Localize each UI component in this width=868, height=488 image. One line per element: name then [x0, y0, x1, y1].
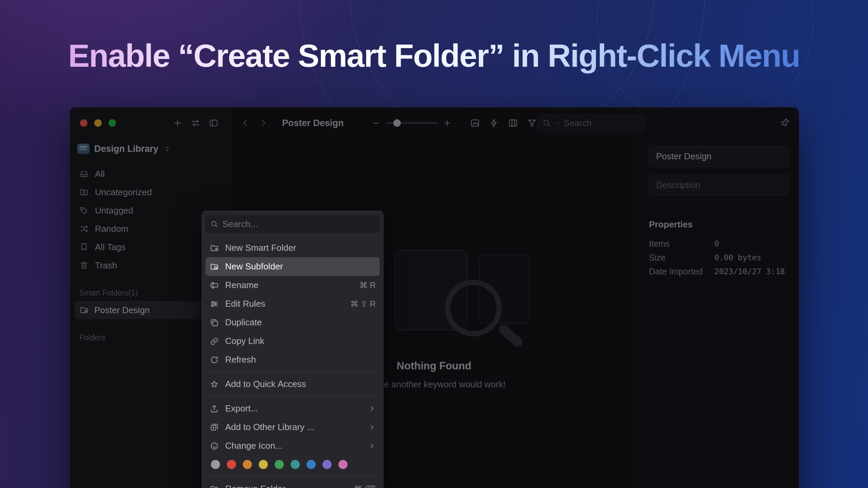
menu-shortcut: ⌘ ⇧ R: [350, 299, 376, 309]
menu-item-label: Duplicate: [225, 317, 262, 328]
color-swatch-red[interactable]: [227, 460, 236, 469]
smiley-icon: [210, 441, 219, 451]
export-icon: [210, 404, 219, 413]
new-subfolder-icon: [210, 262, 219, 271]
color-swatch-green[interactable]: [275, 460, 284, 469]
link-icon: [210, 337, 219, 346]
app-window: Design Library All Uncategorized Untagge…: [70, 107, 799, 488]
color-swatch-pink[interactable]: [338, 460, 348, 469]
menu-item-add-to-quick-access[interactable]: Add to Quick Access: [205, 375, 380, 393]
menu-item-new-subfolder[interactable]: New Subfolder: [205, 257, 380, 276]
context-menu-search[interactable]: [205, 215, 380, 233]
menu-separator: [208, 396, 377, 396]
menu-separator: [208, 372, 377, 372]
menu-item-label: Remove Folder: [225, 484, 285, 488]
refresh-icon: [210, 355, 219, 365]
page: { "hero": { "title": "Enable “Create Sma…: [0, 0, 868, 488]
menu-item-label: Refresh: [225, 354, 256, 365]
dim-overlay: [70, 107, 799, 488]
menu-item-new-smart-folder[interactable]: New Smart Folder: [205, 239, 380, 257]
menu-item-label: Edit Rules: [225, 299, 265, 309]
menu-item-remove-folder[interactable]: Remove Folder ⌘ ⌫: [205, 480, 380, 488]
menu-item-add-to-other-library[interactable]: Add to Other Library ...: [205, 418, 380, 436]
add-library-icon: [210, 423, 219, 432]
menu-item-export[interactable]: Export...: [205, 399, 380, 418]
menu-item-change-icon[interactable]: Change Icon...: [205, 436, 380, 455]
menu-item-label: Rename: [225, 280, 258, 290]
menu-item-rename[interactable]: Rename ⌘ R: [205, 276, 380, 294]
menu-item-edit-rules[interactable]: Edit Rules ⌘ ⇧ R: [205, 294, 380, 313]
color-swatch-blue[interactable]: [307, 460, 316, 469]
submenu-chevron-icon: [368, 442, 376, 450]
menu-item-label: Change Icon...: [225, 441, 282, 451]
menu-separator: [208, 236, 377, 236]
menu-item-label: Copy Link: [225, 336, 264, 346]
color-swatch-purple[interactable]: [322, 460, 332, 469]
color-swatch-orange[interactable]: [243, 460, 252, 469]
menu-item-label: Add to Quick Access: [225, 379, 306, 389]
menu-item-label: Add to Other Library ...: [225, 422, 314, 432]
submenu-chevron-icon: [368, 424, 376, 431]
submenu-chevron-icon: [368, 405, 376, 412]
menu-item-copy-link[interactable]: Copy Link: [205, 332, 380, 350]
folder-color-picker: [205, 455, 380, 474]
menu-item-duplicate[interactable]: Duplicate: [205, 313, 380, 332]
color-swatch-yellow[interactable]: [259, 460, 268, 469]
menu-shortcut: ⌘ R: [359, 281, 376, 290]
context-menu: New Smart Folder New Subfolder Rename ⌘ …: [202, 211, 383, 488]
color-swatch-teal[interactable]: [291, 460, 300, 469]
menu-item-label: New Smart Folder: [225, 243, 296, 253]
rename-icon: [210, 281, 219, 290]
search-icon: [210, 220, 218, 228]
context-menu-search-input[interactable]: [222, 219, 375, 229]
sliders-icon: [210, 299, 219, 309]
new-smart-folder-icon: [210, 243, 219, 253]
menu-item-refresh[interactable]: Refresh: [205, 350, 380, 369]
color-swatch-gray[interactable]: [211, 460, 220, 469]
menu-separator: [208, 476, 377, 477]
star-icon: [210, 380, 219, 389]
page-title: Enable “Create Smart Folder” in Right-Cl…: [0, 37, 868, 74]
menu-item-label: Export...: [225, 403, 258, 414]
duplicate-icon: [210, 318, 219, 327]
remove-folder-icon: [210, 484, 219, 488]
menu-item-label: New Subfolder: [225, 261, 283, 272]
menu-shortcut: ⌘ ⌫: [354, 484, 376, 488]
